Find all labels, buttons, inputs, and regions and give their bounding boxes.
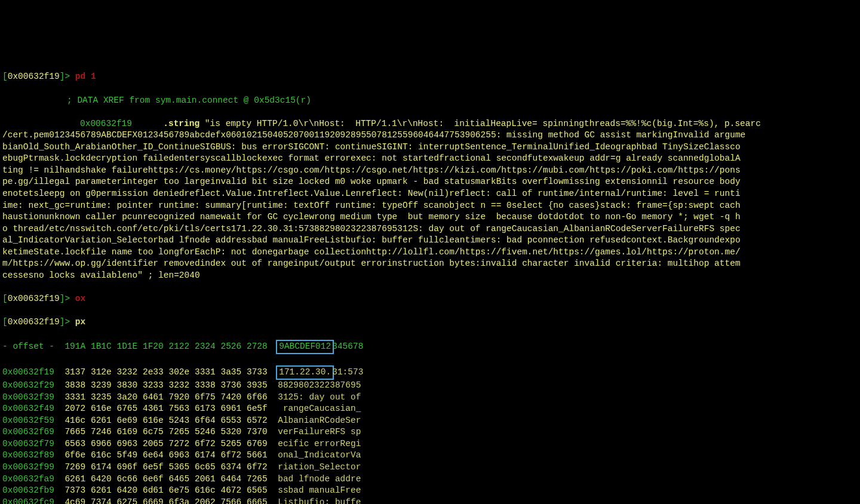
- hexdump-bytes: 3838 3239 3830 3233 3232 3338 3736 3935: [64, 380, 267, 390]
- string-literal: "is empty HTTP/1.0\r\nHost: HTTP/1.1\r\n…: [2, 119, 761, 280]
- hexdump-address: 0x00632fa9: [2, 474, 54, 484]
- hexdump-row: 0x00632f19 3137 312e 3232 2e33 302e 3331…: [2, 365, 858, 380]
- hexdump-row: 0x00632fa9 6261 6420 6c66 6e6f 6465 2061…: [2, 474, 858, 485]
- hexdump-ascii: rangeCaucasian_: [278, 404, 361, 413]
- disasm-address: 0x00632f19: [80, 119, 132, 128]
- command-px: px: [75, 317, 85, 327]
- hexdump-address: 0x00632f79: [2, 439, 54, 448]
- hexdump-row: 0x00632f89 6f6e 616c 5f49 6e64 6963 6174…: [2, 450, 858, 462]
- hexdump-address: 0x00632f49: [2, 404, 54, 413]
- hexdump-row: 0x00632fb9 7373 6261 6420 6d61 6e75 616c…: [2, 485, 858, 497]
- hexdump-bytes: 6563 6966 6963 2065 7272 6f72 5265 6769: [64, 439, 267, 448]
- hexdump-ascii: 8829802322387695: [278, 380, 361, 390]
- prompt-line-1[interactable]: [0x00632f19]> pd 1: [2, 71, 858, 83]
- hexdump-row: 0x00632f79 6563 6966 6963 2065 7272 6f72…: [2, 438, 858, 450]
- command-ox: ox: [75, 294, 85, 303]
- prompt-address: 0x00632f19: [8, 72, 60, 81]
- hexdump-bytes: 416c 6261 6e69 616e 5243 6f64 6553 6572: [64, 416, 267, 425]
- hexdump-bytes: 7373 6261 6420 6d61 6e75 616c 4672 6565: [64, 485, 267, 495]
- hexdump-ascii: ecific errorRegi: [278, 439, 361, 448]
- hexdump-bytes: 7665 7246 6169 6c75 7265 5246 5320 7370: [64, 427, 267, 437]
- hexdump-ascii: onal_IndicatorVa: [278, 450, 361, 460]
- hexdump-body: 0x00632f19 3137 312e 3232 2e33 302e 3331…: [2, 365, 858, 504]
- hexdump-ascii: Listbufio: buffe: [278, 497, 361, 504]
- hexdump-ascii: 3125: day out of: [278, 392, 361, 402]
- prompt-line-3[interactable]: [0x00632f19]> px: [2, 316, 858, 328]
- hexdump-ascii: 31:573: [332, 367, 363, 377]
- hexdump-row: 0x00632fc9 4c69 7374 6275 6669 6f3a 2062…: [2, 497, 858, 504]
- hexdump-row: 0x00632f59 416c 6261 6e69 616e 5243 6f64…: [2, 415, 858, 427]
- hexdump-address: 0x00632f19: [2, 367, 54, 377]
- disasm-line: 0x00632f19 .string "is empty HTTP/1.0\r\…: [2, 118, 858, 282]
- hexdump-bytes: 2072 616e 6765 4361 7563 6173 6961 6e5f: [64, 404, 267, 413]
- prompt-line-2[interactable]: [0x00632f19]> ox: [2, 293, 858, 305]
- dot-string-keyword: .string: [163, 119, 199, 128]
- hexdump-ascii: riation_Selector: [278, 462, 361, 472]
- hexdump-address: 0x00632fb9: [2, 485, 54, 495]
- hexdump-header: - offset - 191A 1B1C 1D1E 1F20 2122 2324…: [2, 340, 858, 354]
- hexdump-header-boxed: 9ABCDEF012: [276, 340, 334, 354]
- hexdump-ascii: AlbanianRCodeSer: [278, 416, 361, 425]
- hexdump-bytes: 3331 3235 3a20 6461 7920 6f75 7420 6f66: [64, 392, 267, 402]
- hexdump-ascii: ssbad manualFree: [278, 485, 361, 495]
- hexdump-address: 0x00632f69: [2, 427, 54, 437]
- hexdump-address: 0x00632f39: [2, 392, 54, 402]
- hexdump-header-offset: - offset -: [2, 342, 64, 351]
- hexdump-ascii: verFailureRFS sp: [278, 427, 361, 437]
- hexdump-bytes: 6261 6420 6c66 6e6f 6465 2061 6464 7265: [64, 474, 267, 484]
- hexdump-row: 0x00632f49 2072 616e 6765 4361 7563 6173…: [2, 403, 858, 415]
- highlighted-ip: 171.22.30.: [276, 365, 334, 380]
- terminal-output: [0x00632f19]> pd 1 ; DATA XREF from sym.…: [0, 59, 860, 504]
- hexdump-row: 0x00632f29 3838 3239 3830 3233 3232 3338…: [2, 380, 858, 392]
- hexdump-address: 0x00632f89: [2, 450, 54, 460]
- hexdump-row: 0x00632f69 7665 7246 6169 6c75 7265 5246…: [2, 426, 858, 438]
- hexdump-bytes: 4c69 7374 6275 6669 6f3a 2062 7566 6665: [64, 497, 267, 504]
- hexdump-address: 0x00632f99: [2, 462, 54, 472]
- hexdump-address: 0x00632fc9: [2, 497, 54, 504]
- open-bracket: [: [2, 72, 8, 81]
- hexdump-row: 0x00632f99 7269 6174 696f 6e5f 5365 6c65…: [2, 462, 858, 474]
- hexdump-bytes: 6f6e 616c 5f49 6e64 6963 6174 6f72 5661: [64, 450, 267, 460]
- hexdump-ascii: bad lfnode addre: [278, 474, 361, 484]
- hexdump-bytes: 3137 312e 3232 2e33 302e 3331 3a35 3733: [64, 367, 267, 377]
- xref-line: ; DATA XREF from sym.main.connect @ 0x5d…: [2, 95, 858, 107]
- command-pd: pd 1: [75, 72, 96, 81]
- xref-text: ; DATA XREF from sym.main.connect @ 0x5d…: [67, 96, 311, 105]
- hexdump-header-cols: 191A 1B1C 1D1E 1F20 2122 2324 2526 2728: [64, 342, 267, 351]
- hexdump-bytes: 7269 6174 696f 6e5f 5365 6c65 6374 6f72: [64, 462, 267, 472]
- hexdump-address: 0x00632f59: [2, 416, 54, 425]
- hexdump-address: 0x00632f29: [2, 380, 54, 390]
- prompt-gt: >: [64, 72, 75, 81]
- hexdump-row: 0x00632f39 3331 3235 3a20 6461 7920 6f75…: [2, 392, 858, 404]
